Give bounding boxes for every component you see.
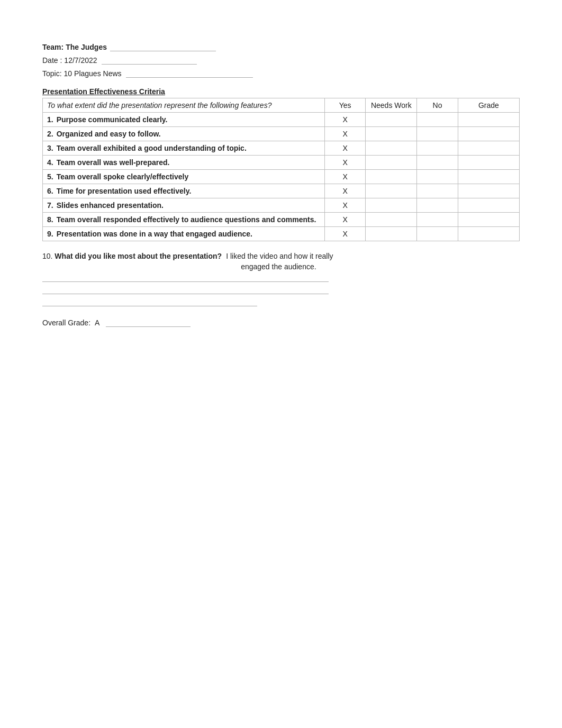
criterion-yes-6: X [324,184,366,198]
criteria-table: To what extent did the presentation repr… [42,98,520,241]
criterion-yes-8: X [324,213,366,227]
criterion-needs-8 [366,213,417,227]
criterion-no-9 [417,227,458,241]
q10-answer-part2: engaged the audience. [241,262,520,271]
criterion-label-1: 1.Purpose communicated clearly. [43,113,325,127]
answer-rule-2 [42,294,329,294]
answer-rule-1 [42,281,329,282]
criterion-label-6: 6.Time for presentation used effectively… [43,184,325,198]
answer-rule-3 [42,306,257,306]
team-label: Team: [42,43,64,51]
date-value: 12/7/2022 [64,56,97,65]
col-grade-header: Grade [458,98,519,113]
team-underline [110,42,216,51]
criterion-needs-6 [366,184,417,198]
overall-grade-value: A [95,319,99,327]
team-line: Team: The Judges [42,42,520,51]
criterion-yes-7: X [324,198,366,213]
topic-line: Topic: 10 Plagues News [42,69,520,78]
criterion-needs-4 [366,156,417,170]
criterion-no-3 [417,141,458,156]
criterion-yes-1: X [324,113,366,127]
criterion-needs-5 [366,170,417,184]
criterion-label-8: 8.Team overall responded effectively to … [43,213,325,227]
col-yes-header: Yes [324,98,366,113]
criterion-no-1 [417,113,458,127]
topic-underline [126,69,253,78]
table-row: 5.Team overall spoke clearly/effectively… [43,170,520,184]
table-row: 7.Slides enhanced presentation.X [43,198,520,213]
criterion-needs-2 [366,127,417,141]
date-label: Date : [42,56,62,65]
criterion-needs-1 [366,113,417,127]
table-row: 1.Purpose communicated clearly.X [43,113,520,127]
col-no-header: No [417,98,458,113]
table-row: 9.Presentation was done in a way that en… [43,227,520,241]
criterion-grade-7 [458,198,519,213]
overall-grade-label: Overall Grade: [42,319,90,327]
date-underline [102,56,197,65]
criterion-grade-3 [458,141,519,156]
criterion-label-3: 3.Team overall exhibited a good understa… [43,141,325,156]
q10-answer-part1: I liked the video and how it really [226,252,520,260]
grade-underline [106,318,191,327]
table-row: 2.Organized and easy to follow.X [43,127,520,141]
criterion-no-7 [417,198,458,213]
overall-grade-line: Overall Grade: A [42,318,520,327]
col-needs-header: Needs Work [366,98,417,113]
topic-value: 10 Plagues News [64,69,122,78]
criterion-needs-7 [366,198,417,213]
q10-number: 10. What did you like most about the pre… [42,252,222,271]
criterion-yes-3: X [324,141,366,156]
criterion-needs-3 [366,141,417,156]
criterion-label-2: 2.Organized and easy to follow. [43,127,325,141]
criterion-label-5: 5.Team overall spoke clearly/effectively [43,170,325,184]
criterion-grade-9 [458,227,519,241]
criterion-label-7: 7.Slides enhanced presentation. [43,198,325,213]
criteria-section-title: Presentation Effectiveness Criteria [42,87,520,96]
criterion-grade-4 [458,156,519,170]
criterion-no-8 [417,213,458,227]
table-row: 6.Time for presentation used effectively… [43,184,520,198]
table-row: 8.Team overall responded effectively to … [43,213,520,227]
question-header: To what extent did the presentation repr… [43,98,325,113]
criterion-no-5 [417,170,458,184]
criterion-yes-5: X [324,170,366,184]
q10-question: What did you like most about the present… [55,252,222,260]
criterion-label-4: 4.Team overall was well-prepared. [43,156,325,170]
team-value: The Judges [66,43,107,51]
criterion-no-2 [417,127,458,141]
q10-answer-area: I liked the video and how it really enga… [226,252,520,271]
answer-lines-area [42,281,520,306]
criterion-grade-2 [458,127,519,141]
criterion-no-4 [417,156,458,170]
criterion-yes-9: X [324,227,366,241]
criterion-needs-9 [366,227,417,241]
criterion-grade-8 [458,213,519,227]
date-line: Date : 12/7/2022 [42,56,520,65]
criterion-no-6 [417,184,458,198]
criterion-grade-5 [458,170,519,184]
topic-label: Topic: [42,69,62,78]
table-row: 4.Team overall was well-prepared.X [43,156,520,170]
criterion-yes-4: X [324,156,366,170]
criterion-grade-6 [458,184,519,198]
q10-section: 10. What did you like most about the pre… [42,252,520,271]
criterion-yes-2: X [324,127,366,141]
criterion-label-9: 9.Presentation was done in a way that en… [43,227,325,241]
criterion-grade-1 [458,113,519,127]
table-row: 3.Team overall exhibited a good understa… [43,141,520,156]
